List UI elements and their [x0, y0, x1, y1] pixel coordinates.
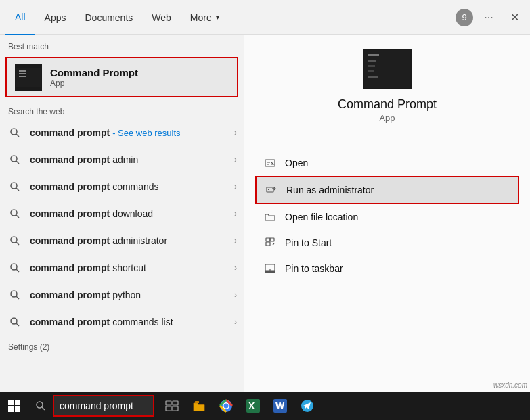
search-icon-7 [7, 314, 23, 330]
svg-rect-17 [267, 187, 273, 192]
search-item-4[interactable]: command prompt administrator › [0, 227, 244, 254]
action-pin-start-label: Pin to Start [285, 237, 332, 248]
telegram-button[interactable] [295, 394, 319, 418]
svg-rect-30 [173, 406, 178, 411]
svg-line-1 [16, 134, 19, 137]
search-item-3[interactable]: command prompt download › [0, 200, 244, 227]
best-match-item[interactable]: Command Prompt App [5, 57, 238, 97]
best-match-text: Command Prompt App [50, 67, 138, 88]
svg-rect-29 [166, 406, 171, 411]
word-button[interactable]: W [268, 394, 292, 418]
svg-line-15 [16, 323, 19, 326]
search-icon-5 [7, 260, 23, 276]
taskbar-search-icon[interactable] [28, 394, 53, 418]
action-open-location[interactable]: Open file location [255, 204, 519, 230]
chevron-icon-1: › [234, 155, 237, 164]
close-button[interactable]: ✕ [504, 7, 525, 28]
best-match-name: Command Prompt [50, 67, 138, 78]
app-type-large: App [379, 113, 395, 123]
action-list: Open Run as administrator [255, 150, 519, 281]
svg-rect-28 [173, 401, 178, 405]
best-match-type: App [50, 78, 138, 88]
search-item-text-7: command prompt commands list [30, 317, 234, 327]
start-button[interactable] [0, 392, 28, 420]
app-name-large: Command Prompt [338, 97, 437, 112]
tab-bar-right: 9 ··· ✕ [456, 7, 525, 28]
app-detail: Command Prompt App [255, 49, 519, 147]
search-item-text-4: command prompt administrator [30, 235, 234, 246]
folder-icon [263, 210, 277, 224]
action-open-label: Open [285, 158, 308, 168]
svg-rect-22 [266, 242, 270, 246]
svg-point-4 [11, 183, 17, 189]
search-item-6[interactable]: command prompt python › [0, 281, 244, 308]
svg-text:W: W [275, 400, 285, 411]
svg-rect-16 [265, 160, 275, 166]
chevron-icon-3: › [234, 209, 237, 218]
search-item-0[interactable]: command prompt - See web results › [0, 119, 244, 146]
svg-point-25 [37, 402, 43, 408]
svg-point-12 [11, 291, 17, 297]
action-pin-taskbar[interactable]: Pin to taskbar [255, 256, 519, 281]
taskbar-search-text: command prompt [60, 400, 133, 411]
taskbar-search-box[interactable]: command prompt [53, 395, 154, 417]
chevron-icon-7: › [234, 317, 237, 327]
chevron-down-icon: ▾ [216, 14, 219, 21]
chevron-icon-2: › [234, 182, 237, 191]
excel-button[interactable]: X [241, 394, 265, 418]
taskbar-apps: X W [160, 394, 319, 418]
svg-line-5 [16, 188, 19, 191]
search-item-2[interactable]: command prompt commands › [0, 173, 244, 200]
svg-line-7 [16, 215, 19, 218]
chevron-icon-0: › [234, 128, 237, 137]
tab-documents[interactable]: Documents [75, 0, 142, 35]
search-panel: All Apps Documents Web More ▾ 9 ··· ✕ Be… [0, 0, 530, 392]
result-count-badge: 9 [456, 9, 473, 26]
action-pin-taskbar-label: Pin to taskbar [285, 263, 343, 274]
svg-rect-21 [270, 238, 274, 241]
chevron-icon-5: › [234, 263, 237, 273]
search-item-1[interactable]: command prompt admin › [0, 146, 244, 173]
watermark: wsxdn.com [493, 381, 527, 389]
action-open[interactable]: Open [255, 150, 519, 176]
svg-point-10 [11, 264, 17, 270]
search-icon-0 [7, 124, 23, 141]
chevron-icon-4: › [234, 236, 237, 246]
search-icon-6 [7, 287, 23, 303]
file-explorer-button[interactable] [187, 394, 211, 418]
chrome-button[interactable] [214, 394, 238, 418]
search-icon-4 [7, 233, 23, 249]
tab-all[interactable]: All [5, 0, 35, 35]
search-item-text-5: command prompt shortcut [30, 262, 234, 273]
left-panel: Best match Command Prompt App Search the… [0, 35, 244, 392]
pin-start-icon [263, 236, 277, 250]
search-item-text-2: command prompt commands [30, 181, 234, 192]
action-run-admin-label: Run as administrator [286, 185, 374, 195]
windows-logo-icon [8, 400, 20, 412]
search-item-5[interactable]: command prompt shortcut › [0, 254, 244, 281]
search-item-text-3: command prompt download [30, 208, 234, 219]
tab-apps[interactable]: Apps [35, 0, 76, 35]
svg-line-3 [16, 161, 19, 164]
svg-rect-31 [195, 401, 199, 403]
search-icon-3 [7, 206, 23, 222]
task-view-button[interactable] [160, 394, 184, 418]
ellipsis-button[interactable]: ··· [479, 7, 499, 28]
tab-more[interactable]: More ▾ [181, 0, 229, 35]
action-open-location-label: Open file location [285, 212, 358, 223]
search-item-7[interactable]: command prompt commands list › [0, 308, 244, 335]
svg-line-9 [16, 242, 19, 245]
tab-web[interactable]: Web [142, 0, 181, 35]
search-item-text-6: command prompt python [30, 289, 234, 300]
svg-line-13 [16, 296, 19, 299]
search-icon-1 [7, 151, 23, 168]
svg-point-6 [11, 210, 17, 216]
cmd-pixel-art [16, 68, 41, 87]
tab-bar: All Apps Documents Web More ▾ 9 ··· ✕ [0, 0, 530, 35]
svg-point-8 [11, 237, 17, 243]
pin-taskbar-icon [263, 262, 277, 275]
admin-icon [265, 183, 278, 197]
action-run-admin[interactable]: Run as administrator [255, 176, 519, 204]
action-pin-start[interactable]: Pin to Start [255, 230, 519, 256]
svg-rect-18 [268, 189, 269, 190]
